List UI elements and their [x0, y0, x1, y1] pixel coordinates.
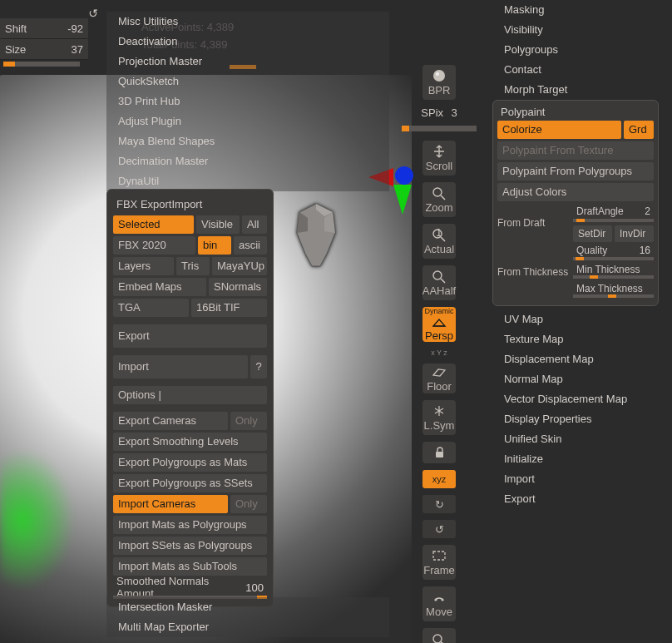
- fbx-export-smoothing-levels-button[interactable]: Export Smoothing Levels: [113, 433, 267, 451]
- frame-icon: [431, 548, 447, 563]
- zoom-icon: [431, 185, 447, 200]
- section-visibility[interactable]: Visibility: [499, 20, 660, 40]
- aahalf-button[interactable]: AAHalf: [422, 265, 456, 300]
- spix-slider[interactable]: SPix 3: [421, 106, 457, 119]
- section-initialize[interactable]: Initialize: [499, 449, 660, 469]
- fbx-embed-maps-button[interactable]: Embed Maps: [113, 278, 206, 296]
- from-draft-button[interactable]: From Draft: [497, 204, 571, 242]
- actual-icon: 1: [431, 227, 447, 242]
- svg-point-17: [442, 599, 444, 601]
- plugin-quicksketch[interactable]: QuickSketch: [106, 72, 389, 92]
- fbx-selected-button[interactable]: Selected: [113, 215, 194, 234]
- rotate-ccw-button[interactable]: ↺: [422, 520, 456, 538]
- max-thickness-slider[interactable]: Max Thickness: [573, 282, 654, 294]
- min-thickness-slider[interactable]: Min Thickness: [573, 264, 654, 276]
- rotate-ccw-icon: ↺: [435, 523, 444, 536]
- lsym-button[interactable]: L.Sym: [422, 400, 456, 435]
- fbx-import-cameras-only-button[interactable]: Only: [230, 495, 267, 513]
- plugin-maya-blend-shapes[interactable]: Maya Blend Shapes: [106, 131, 389, 151]
- scroll-button[interactable]: Scroll: [422, 141, 456, 176]
- plugin-decimation-master[interactable]: Decimation Master: [106, 151, 389, 171]
- plugin-intersection-masker[interactable]: Intersection Masker: [106, 597, 389, 617]
- section-uv-map[interactable]: UV Map: [499, 309, 660, 329]
- section-masking[interactable]: Masking: [499, 0, 660, 20]
- paint-stroke: [0, 449, 75, 591]
- bpr-button[interactable]: BPR: [422, 65, 456, 100]
- persp-button[interactable]: Dynamic Persp: [422, 307, 456, 342]
- colorize-button[interactable]: Colorize: [497, 121, 621, 139]
- actual-button[interactable]: 1 Actual: [422, 224, 456, 259]
- polypaint-from-texture-button[interactable]: Polypaint From Texture: [497, 141, 654, 160]
- fbx-import-cameras-button[interactable]: Import Cameras: [113, 495, 228, 513]
- fbx-snormals-button[interactable]: SNormals: [209, 278, 267, 296]
- undo-icon[interactable]: ↻: [88, 7, 98, 20]
- fbx-panel-title[interactable]: FBX ExportImport: [113, 195, 267, 215]
- quality-slider[interactable]: Quality 16: [573, 245, 654, 257]
- fbx-version-select[interactable]: FBX 2020: [113, 236, 195, 255]
- fbx-export-polygroups-ssets-button[interactable]: Export Polygroups as SSets: [113, 474, 267, 492]
- fbx-layers-button[interactable]: Layers: [113, 257, 174, 275]
- invdir-button[interactable]: InvDir: [615, 225, 654, 242]
- fbx-16bit-tif-button[interactable]: 16Bit TIF: [191, 299, 267, 317]
- section-displacement-map[interactable]: Displacement Map: [499, 349, 660, 369]
- fbx-export-import-panel: FBX ExportImport Selected Visible All FB…: [106, 189, 274, 607]
- scroll-icon: [431, 144, 447, 159]
- section-display-properties[interactable]: Display Properties: [499, 409, 660, 429]
- section-export[interactable]: Export: [499, 489, 660, 509]
- section-polygroups[interactable]: Polygroups: [499, 40, 660, 60]
- section-vector-displacement-map[interactable]: Vector Displacement Map: [499, 389, 660, 409]
- section-import[interactable]: Import: [499, 469, 660, 489]
- plugin-projection-master[interactable]: Projection Master: [106, 52, 389, 72]
- fbx-options-button[interactable]: Options |: [113, 386, 267, 404]
- move-button[interactable]: Move: [422, 586, 456, 621]
- section-normal-map[interactable]: Normal Map: [499, 369, 660, 389]
- fbx-export-cameras-only-button[interactable]: Only: [230, 412, 267, 430]
- fbx-import-mats-subtools-button[interactable]: Import Mats as SubTools: [113, 557, 267, 576]
- fbx-visible-button[interactable]: Visible: [196, 215, 240, 234]
- mesh-preview[interactable]: [287, 200, 345, 270]
- zoom-button[interactable]: Zoom: [422, 182, 456, 217]
- polypaint-title[interactable]: Polypaint: [497, 104, 654, 121]
- polypaint-from-polygroups-button[interactable]: Polypaint From Polygroups: [497, 162, 654, 181]
- fbx-ascii-button[interactable]: ascii: [234, 236, 267, 255]
- zoom3d-button[interactable]: Zoom3D: [422, 628, 456, 643]
- fbx-help-button[interactable]: ?: [250, 355, 267, 378]
- floor-icon: [431, 364, 447, 379]
- rotate-cw-button[interactable]: ↻: [422, 495, 456, 513]
- floor-button[interactable]: Floor: [422, 364, 456, 393]
- zoom3d-icon: [431, 631, 447, 643]
- draft-angle-slider[interactable]: DraftAngle 2: [573, 204, 654, 219]
- section-unified-skin[interactable]: Unified Skin: [499, 429, 660, 449]
- fbx-import-mats-polygroups-button[interactable]: Import Mats as Polygroups: [113, 516, 267, 534]
- xyz-button[interactable]: xyz: [422, 470, 456, 488]
- plugin-deactivation[interactable]: Deactivation: [106, 32, 389, 52]
- section-morph-target[interactable]: Morph Target: [499, 80, 660, 100]
- plugin-adjust-plugin[interactable]: Adjust Plugin: [106, 111, 389, 131]
- fbx-export-button[interactable]: Export: [113, 324, 267, 348]
- fbx-mayayup-button[interactable]: MayaYUp: [212, 257, 267, 275]
- fbx-import-ssets-polygroups-button[interactable]: Import SSets as Polygroups: [113, 537, 267, 555]
- move-icon: [431, 590, 447, 605]
- frame-button[interactable]: Frame: [422, 545, 456, 580]
- fbx-import-button[interactable]: Import: [113, 355, 248, 378]
- shift-slider[interactable]: Shift -92: [0, 18, 88, 39]
- fbx-bin-button[interactable]: bin: [198, 236, 231, 255]
- setdir-button[interactable]: SetDir: [573, 225, 612, 242]
- fbx-export-cameras-button[interactable]: Export Cameras: [113, 412, 228, 430]
- fbx-export-polygroups-mats-button[interactable]: Export Polygroups as Mats: [113, 453, 267, 472]
- lock-icon: [431, 445, 447, 460]
- fbx-tris-button[interactable]: Tris: [176, 257, 210, 275]
- size-slider[interactable]: Size 37: [0, 39, 88, 60]
- fbx-smoothed-normals-slider[interactable]: Smoothed Normals Amount 100: [113, 578, 267, 596]
- plugin-multi-map-exporter[interactable]: Multi Map Exporter: [106, 617, 389, 637]
- from-thickness-button[interactable]: From Thickness: [497, 245, 571, 299]
- section-contact[interactable]: Contact: [499, 60, 660, 80]
- adjust-colors-button[interactable]: Adjust Colors: [497, 183, 654, 201]
- plugin-misc-utilities[interactable]: Misc Utilities: [106, 12, 389, 32]
- fbx-all-button[interactable]: All: [242, 215, 267, 234]
- grd-button[interactable]: Grd: [624, 121, 654, 139]
- plugin-3d-print-hub[interactable]: 3D Print Hub: [106, 92, 389, 111]
- fbx-tga-button[interactable]: TGA: [113, 299, 189, 317]
- lock-button[interactable]: [422, 442, 456, 463]
- section-texture-map[interactable]: Texture Map: [499, 329, 660, 349]
